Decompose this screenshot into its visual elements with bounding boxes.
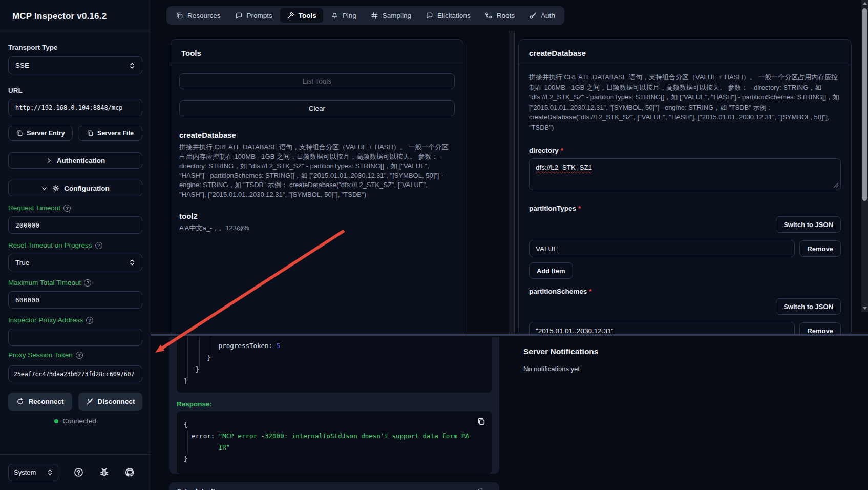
scroll-down-arrow[interactable] <box>863 307 867 310</box>
help-icon[interactable]: ? <box>86 317 93 324</box>
github-button[interactable] <box>124 467 135 478</box>
indent-guide <box>199 337 200 369</box>
help-icon[interactable]: ? <box>84 279 91 287</box>
tools-panel-title: Tools <box>171 40 463 65</box>
directory-value: dfs://L2_STK_SZ1 <box>536 164 592 171</box>
partition-schemes-item-input[interactable]: "2015.01.01..2030.12.31" <box>529 322 795 336</box>
history-entry-expanded: progressToken: 5 } } } Response: { error… <box>169 337 499 474</box>
help-icon <box>74 467 83 477</box>
partition-types-remove-button[interactable]: Remove <box>799 240 841 257</box>
chevron-right-icon <box>46 157 52 164</box>
history-entry-collapsed[interactable]: 8. tools/call <box>169 482 499 490</box>
tool-detail-panel: createDatabase 拼接并执行 CREATE DATABASE 语句，… <box>518 39 852 336</box>
help-icon[interactable]: ? <box>63 205 71 212</box>
tab-elicitations[interactable]: Elicitations <box>419 8 477 23</box>
tab-sampling[interactable]: Sampling <box>364 8 418 23</box>
page-scrollbar[interactable] <box>861 0 868 312</box>
status-text: Connected <box>62 417 96 425</box>
bell-icon <box>331 12 338 19</box>
tool-detail-description: 拼接并执行 CREATE DATABASE 语句，支持组合分区（VALUE + … <box>529 72 841 132</box>
divider <box>0 31 151 31</box>
directory-textarea[interactable]: dfs://L2_STK_SZ1 <box>529 158 841 190</box>
tools-pane-scrollbar-track[interactable] <box>509 31 515 334</box>
copy-icon <box>477 488 485 490</box>
refresh-icon <box>16 398 24 405</box>
transport-type-label: Transport Type <box>8 44 142 51</box>
request-json-block: progressToken: 5 } } } <box>177 337 492 393</box>
transport-type-value: SSE <box>15 62 29 69</box>
partition-types-switch-json-button[interactable]: Switch to JSON <box>776 216 841 233</box>
server-notifications: Server Notifications No notifications ye… <box>523 347 598 373</box>
url-label: URL <box>8 87 142 94</box>
partition-types-add-item-button[interactable]: Add Item <box>529 262 573 279</box>
tool-description: 拼接并执行 CREATE DATABASE 语句，支持组合分区（VALUE + … <box>179 142 455 199</box>
session-token-label: Proxy Session Token ? <box>8 351 142 359</box>
proxy-address-input[interactable] <box>8 329 142 346</box>
progress-token-value: 5 <box>277 342 281 350</box>
divider <box>519 65 851 65</box>
connected-dot <box>54 419 58 423</box>
reset-timeout-label: Reset Timeout on Progress ? <box>8 241 142 249</box>
tool-item-createdatabase[interactable]: createDatabase <box>179 131 455 139</box>
tool-detail-title: createDatabase <box>519 40 851 65</box>
select-chevrons-icon <box>129 258 135 267</box>
app-title: MCP Inspector v0.16.2 <box>0 0 151 31</box>
request-timeout-label: Request Timeout ? <box>8 204 142 212</box>
help-icon[interactable]: ? <box>76 352 83 359</box>
copy-icon <box>87 130 94 137</box>
tab-bar: Resources Prompts Tools Ping Sampling El… <box>166 6 564 25</box>
tab-resources[interactable]: Resources <box>169 8 227 23</box>
tab-auth[interactable]: Auth <box>522 8 562 23</box>
authentication-toggle[interactable]: Authentication <box>8 152 142 169</box>
indent-guide <box>187 337 188 380</box>
unplug-icon <box>86 398 94 405</box>
history-pane: progressToken: 5 } } } Response: { error… <box>151 334 868 490</box>
tab-roots[interactable]: Roots <box>478 8 521 23</box>
gear-icon <box>52 185 59 192</box>
transport-type-select[interactable]: SSE <box>8 56 142 74</box>
session-token-input[interactable]: 25eaf7cc473daa23b6273fd28cc6097607 <box>8 365 142 382</box>
theme-select[interactable]: System <box>8 464 58 481</box>
copy-request-button[interactable] <box>477 487 485 490</box>
partition-types-item-input[interactable]: VALUE <box>529 240 795 257</box>
partition-schemes-switch-json-button[interactable]: Switch to JSON <box>776 298 841 315</box>
indent-guide <box>211 337 211 357</box>
tab-prompts[interactable]: Prompts <box>228 8 279 23</box>
scroll-up-arrow[interactable] <box>863 2 867 5</box>
max-timeout-input[interactable]: 600000 <box>8 291 142 309</box>
help-icon[interactable]: ? <box>95 242 102 249</box>
copy-response-button[interactable] <box>477 417 485 426</box>
servers-file-label: Servers File <box>97 130 134 137</box>
connection-status: Connected <box>8 417 142 425</box>
url-input[interactable]: http://192.168.0.104:8848/mcp <box>8 99 142 116</box>
hammer-icon <box>287 12 294 19</box>
history-entry-label: 8. tools/call <box>177 487 499 490</box>
required-mark: * <box>589 288 591 295</box>
partition-types-label: partitionTypes* <box>529 205 841 212</box>
resize-handle-icon[interactable] <box>833 182 839 188</box>
tree-icon <box>485 12 493 19</box>
copy-icon <box>477 417 485 426</box>
reconnect-button[interactable]: Reconnect <box>8 393 72 411</box>
configuration-label: Configuration <box>64 185 109 192</box>
servers-file-button[interactable]: Servers File <box>78 126 142 141</box>
error-message: "MCP error -32000: internalToStdJson doe… <box>219 432 469 440</box>
tool-item-tool2[interactable]: tool2 <box>179 212 455 220</box>
reset-timeout-select[interactable]: True <box>8 254 142 271</box>
tab-tools[interactable]: Tools <box>280 8 323 23</box>
list-tools-button[interactable]: List Tools <box>179 73 455 89</box>
request-timeout-input[interactable]: 200000 <box>8 216 142 234</box>
chat-icon <box>235 12 243 19</box>
sidebar: MCP Inspector v0.16.2 Transport Type SSE… <box>0 0 151 490</box>
bug-report-button[interactable] <box>98 467 110 478</box>
help-button[interactable] <box>73 467 84 478</box>
notifications-empty-text: No notifications yet <box>523 365 598 373</box>
scrollbar-thumb[interactable] <box>862 8 867 201</box>
server-entry-button[interactable]: Server Entry <box>8 126 73 141</box>
required-mark: * <box>561 147 563 154</box>
disconnect-button[interactable]: Disconnect <box>78 393 142 411</box>
tab-ping[interactable]: Ping <box>324 8 363 23</box>
configuration-toggle[interactable]: Configuration <box>8 180 142 196</box>
clear-button[interactable]: Clear <box>179 100 455 116</box>
select-chevrons-icon <box>47 468 53 476</box>
